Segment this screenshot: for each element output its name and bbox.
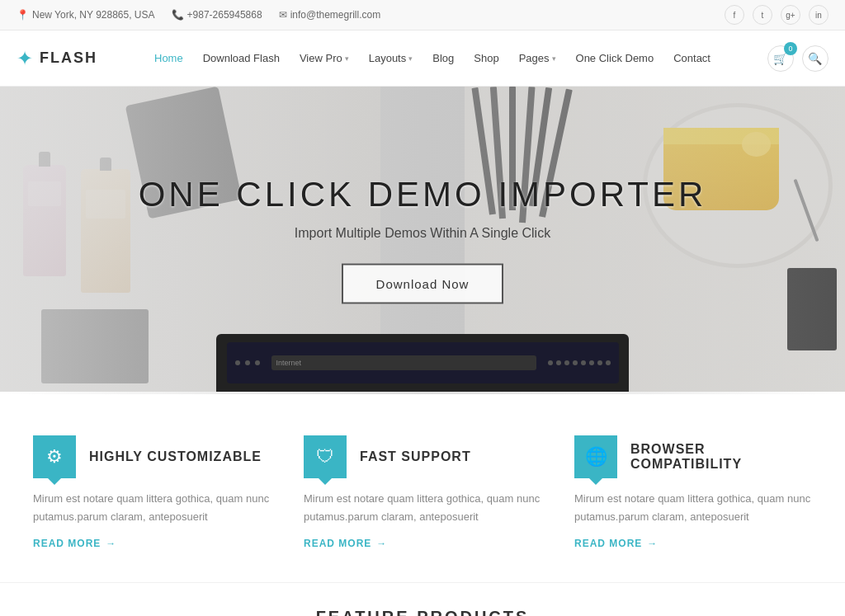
toolbar-dot-8 [606, 360, 611, 365]
laptop-toolbar-icons [548, 360, 611, 365]
arrow-right-icon-3: → [647, 538, 658, 549]
feature-text-1: Mirum est notare quam littera gothica, q… [33, 490, 271, 526]
feature-text-2: Mirum est notare quam littera gothica, q… [304, 490, 541, 526]
location-info: 📍 New York, NY 928865, USA [17, 9, 155, 21]
laptop-dot-2 [245, 360, 250, 365]
nav-home[interactable]: Home [146, 45, 191, 71]
read-more-button-3[interactable]: READ MORE → [574, 538, 812, 549]
phone-text: +987-265945868 [187, 9, 262, 21]
toolbar-dot-1 [548, 360, 553, 365]
read-more-label-1: READ MORE [33, 538, 101, 549]
nav-layouts[interactable]: Layouts ▾ [361, 45, 422, 71]
feature-header-2: 🛡 FAST SUPPORT [304, 435, 541, 478]
top-bar-left: 📍 New York, NY 928865, USA 📞 +987-265945… [17, 9, 380, 21]
email-text: info@themegrill.com [290, 9, 381, 21]
toolbar-dot-5 [581, 360, 586, 365]
nav-view-pro[interactable]: View Pro ▾ [291, 45, 357, 71]
feature-header-3: 🌐 BROWSER COMPATIBILITY [574, 435, 812, 478]
facebook-icon[interactable]: f [725, 5, 744, 25]
logo-bird-icon: ✦ [17, 47, 33, 70]
feature-title-1: HIGHLY CUSTOMIZABLE [89, 449, 262, 464]
email-info: ✉ info@themegrill.com [279, 9, 381, 21]
feature-title-2: FAST SUPPORT [360, 449, 471, 464]
read-more-label-2: READ MORE [304, 538, 371, 549]
main-nav: Home Download Flash View Pro ▾ Layouts ▾… [146, 45, 719, 71]
phone-icon: 📞 [172, 9, 184, 21]
chevron-down-icon: ▾ [408, 54, 413, 63]
search-button[interactable]: 🔍 [802, 45, 828, 72]
nav-download-flash[interactable]: Download Flash [195, 45, 288, 71]
toolbar-dot-2 [556, 360, 561, 365]
header: ✦ FLASH Home Download Flash View Pro ▾ L… [0, 31, 845, 87]
top-bar: 📍 New York, NY 928865, USA 📞 +987-265945… [0, 0, 845, 31]
top-bar-right: f t g+ in [725, 5, 828, 25]
feature-text-3: Mirum est notare quam littera gothica, q… [574, 490, 812, 526]
toolbar-dot-7 [597, 360, 602, 365]
hero-subtitle: Import Multiple Demos Within A Single Cl… [17, 226, 828, 241]
arrow-right-icon-2: → [376, 538, 387, 549]
feature-icon-box-1: ⚙ [33, 435, 76, 478]
header-icons: 🛒 0 🔍 [767, 45, 828, 72]
chevron-down-icon: ▾ [345, 54, 349, 63]
chevron-down-icon: ▾ [552, 54, 556, 63]
globe-icon: 🌐 [585, 446, 607, 468]
phone-info: 📞 +987-265945868 [172, 9, 262, 21]
arrow-right-icon-1: → [106, 538, 116, 549]
laptop-address-bar: Internet [271, 355, 536, 370]
cart-button[interactable]: 🛒 0 [767, 45, 794, 72]
laptop-screen: Internet [227, 342, 619, 383]
nav-shop[interactable]: Shop [465, 45, 507, 71]
hero-section: ONE CLICK DEMO IMPORTER Import Multiple … [0, 87, 845, 392]
feature-products-section: FEATURE PRODUCTS [0, 582, 845, 616]
laptop-mockup: Internet [216, 334, 629, 392]
shield-icon: 🛡 [316, 446, 334, 468]
feature-customizable: ⚙ HIGHLY CUSTOMIZABLE Mirum est notare q… [33, 435, 271, 549]
toolbar-dot-6 [589, 360, 594, 365]
logo-text: FLASH [40, 49, 97, 67]
gear-icon: ⚙ [46, 446, 63, 468]
location-icon: 📍 [17, 9, 29, 21]
hero-title: ONE CLICK DEMO IMPORTER [17, 175, 828, 214]
googleplus-icon[interactable]: g+ [781, 5, 800, 25]
location-text: New York, NY 928865, USA [32, 9, 155, 21]
feature-header-1: ⚙ HIGHLY CUSTOMIZABLE [33, 435, 271, 478]
twitter-icon[interactable]: t [753, 5, 772, 25]
laptop-dot-3 [255, 360, 260, 365]
features-section: ⚙ HIGHLY CUSTOMIZABLE Mirum est notare q… [0, 394, 845, 582]
linkedin-icon[interactable]: in [809, 5, 828, 25]
nav-contact[interactable]: Contact [665, 45, 719, 71]
feature-support: 🛡 FAST SUPPORT Mirum est notare quam lit… [304, 435, 541, 549]
hero-cta-button[interactable]: Download Now [342, 264, 504, 304]
read-more-label-3: READ MORE [574, 538, 642, 549]
read-more-button-1[interactable]: READ MORE → [33, 538, 271, 549]
nav-blog[interactable]: Blog [424, 45, 462, 71]
email-icon: ✉ [279, 9, 287, 21]
feature-browser: 🌐 BROWSER COMPATIBILITY Mirum est notare… [574, 435, 812, 549]
cart-badge: 0 [784, 42, 797, 55]
feature-products-title: FEATURE PRODUCTS [33, 608, 812, 616]
read-more-button-2[interactable]: READ MORE → [304, 538, 541, 549]
nav-pages[interactable]: Pages ▾ [511, 45, 564, 71]
nav-one-click-demo[interactable]: One Click Demo [568, 45, 663, 71]
feature-title-3: BROWSER COMPATIBILITY [630, 442, 812, 472]
toolbar-dot-4 [573, 360, 578, 365]
toolbar-dot-3 [564, 360, 569, 365]
feature-icon-box-3: 🌐 [574, 435, 617, 478]
feature-icon-box-2: 🛡 [304, 435, 347, 478]
logo[interactable]: ✦ FLASH [17, 47, 97, 70]
hero-content: ONE CLICK DEMO IMPORTER Import Multiple … [0, 175, 845, 304]
laptop-dot-1 [235, 360, 240, 365]
